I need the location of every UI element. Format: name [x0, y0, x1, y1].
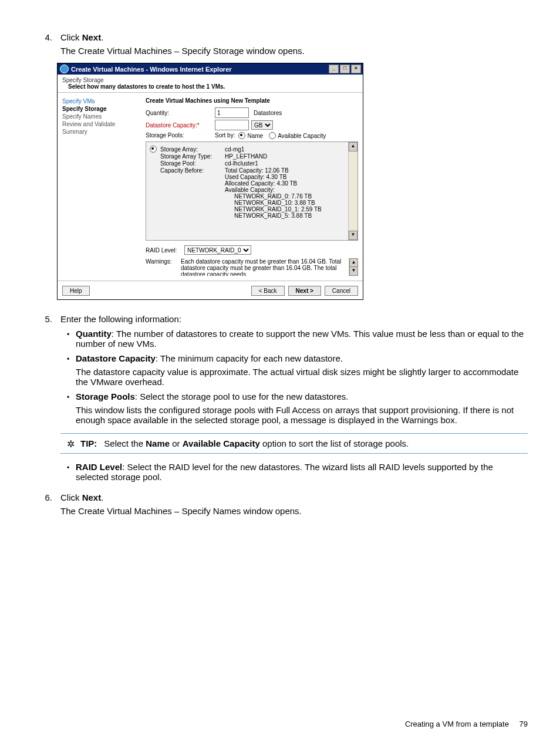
sort-available-label: Available Capacity — [278, 133, 326, 139]
ie-icon — [60, 65, 69, 73]
raid-level-select[interactable]: NETWORK_RAID_0 — [184, 245, 251, 255]
help-button[interactable]: Help — [62, 286, 90, 296]
bullet-icon: • — [60, 353, 76, 387]
scroll-down-icon[interactable]: ▼ — [349, 231, 357, 240]
bullet-icon: • — [60, 329, 76, 349]
sort-name-label: Name — [247, 133, 263, 139]
raid-label: RAID Level: — [146, 247, 181, 254]
quantity-input[interactable] — [215, 107, 249, 118]
warnings-label: Warnings: — [146, 258, 181, 276]
step-number: 4. — [32, 32, 60, 308]
storage-pool-list: Storage Array:cd-mg1 Storage Array Type:… — [146, 141, 358, 241]
step-4-line: Click Next. — [60, 32, 528, 42]
warnings-scrollbar[interactable]: ▲ ▼ — [349, 258, 358, 276]
scroll-down-icon[interactable]: ▼ — [349, 266, 358, 276]
panel-subtitle: Select how many datastores to create to … — [62, 83, 358, 90]
window-title: Create Virtual Machines - Windows Intern… — [71, 66, 232, 73]
step-6: 6. Click Next. The Create Virtual Machin… — [32, 492, 528, 516]
capacity-input[interactable] — [215, 120, 249, 130]
section-title: Create Virtual Machines using New Templa… — [146, 97, 358, 104]
step-4-result: The Create Virtual Machines – Specify St… — [60, 46, 528, 56]
tip-label: TIP: — [80, 437, 104, 448]
sort-available-radio[interactable] — [269, 132, 276, 139]
minimize-button[interactable]: _ — [329, 65, 339, 73]
bullet-storage-pools: • Storage Pools: Select the storage pool… — [60, 391, 528, 425]
step-5-line: Enter the following information: — [60, 314, 528, 324]
bullet-raid-level: • RAID Level: Select the RAID level for … — [60, 462, 528, 482]
step-6-line: Click Next. — [60, 492, 528, 502]
close-button[interactable]: × — [351, 65, 361, 73]
tip-callout: ✲ TIP: Select the Name or Available Capa… — [60, 433, 528, 454]
footer-page-number: 79 — [519, 720, 528, 728]
screenshot-specify-storage: Create Virtual Machines - Windows Intern… — [57, 63, 363, 300]
back-button[interactable]: < Back — [251, 286, 285, 296]
step-5: 5. Enter the following information: • Qu… — [32, 314, 528, 487]
capacity-unit-select[interactable]: GB — [251, 120, 273, 130]
step-number: 6. — [32, 492, 60, 516]
cancel-button[interactable]: Cancel — [325, 286, 358, 296]
sidebar-item-review[interactable]: Review and Validate — [62, 120, 142, 128]
tip-icon: ✲ — [60, 437, 80, 450]
next-button[interactable]: Next > — [288, 286, 321, 296]
maximize-button[interactable]: □ — [340, 65, 350, 73]
quantity-label: Quantity: — [146, 110, 215, 116]
step-6-result: The Create Virtual Machines – Specify Na… — [60, 506, 528, 516]
page-footer: Creating a VM from a template 79 — [405, 720, 528, 728]
footer-text: Creating a VM from a template — [405, 720, 509, 728]
warnings-box: Each datastore capacity must be greater … — [181, 258, 358, 276]
pool-scrollbar[interactable]: ▲ ▼ — [348, 142, 357, 240]
window-titlebar: Create Virtual Machines - Windows Intern… — [58, 63, 363, 75]
tip-text: Select the Name or Available Capacity op… — [104, 437, 528, 448]
sidebar-item-specify-vms[interactable]: Specify VMs — [62, 97, 142, 105]
sidebar-item-specify-storage[interactable]: Specify Storage — [62, 105, 142, 113]
sort-name-radio[interactable] — [238, 132, 245, 139]
panel-title: Specify Storage — [62, 77, 358, 83]
sidebar-item-specify-names[interactable]: Specify Names — [62, 113, 142, 120]
bullet-datastore-capacity: • Datastore Capacity: The minimum capaci… — [60, 353, 528, 387]
sidebar-item-summary[interactable]: Summary — [62, 128, 142, 136]
bullet-quantity: • Quantity: The number of datastores to … — [60, 329, 528, 349]
quantity-unit: Datastores — [254, 110, 282, 116]
pools-label: Storage Pools: — [146, 132, 215, 139]
scroll-up-icon[interactable]: ▲ — [349, 142, 357, 151]
step-4: 4. Click Next. The Create Virtual Machin… — [32, 32, 528, 308]
sort-label: Sort by: — [215, 132, 235, 139]
wizard-steps-sidebar: Specify VMs Specify Storage Specify Name… — [58, 94, 146, 279]
bullet-icon: • — [60, 391, 76, 425]
capacity-label: Datastore Capacity:* — [146, 122, 215, 129]
pool-select-radio[interactable] — [150, 146, 157, 153]
bullet-icon: • — [60, 462, 76, 482]
step-number: 5. — [32, 314, 60, 487]
